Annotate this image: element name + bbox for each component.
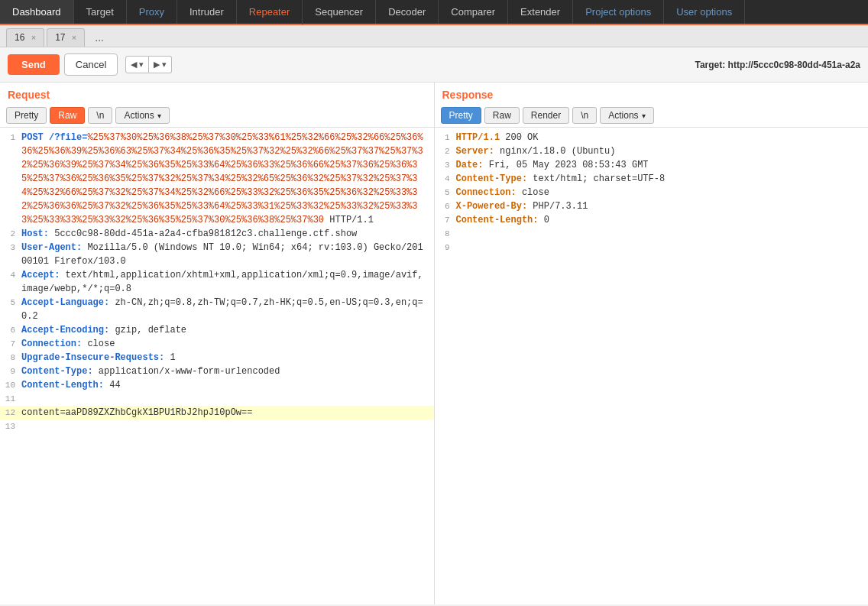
response-panel: Response Pretty Raw Render \n Actions 1 … [435,83,869,604]
next-arrow-button[interactable]: ▶ ▾ [149,56,172,73]
cancel-button[interactable]: Cancel [64,53,118,76]
nav-tab-decoder[interactable]: Decoder [376,0,439,24]
request-panel-toolbar: Pretty Raw \n Actions [0,104,434,128]
response-line-1: 1 HTTP/1.1 200 OK [435,131,869,144]
request-line-9: 9 Content-Type: application/x-www-form-u… [0,365,434,378]
close-tab-17[interactable]: × [72,33,76,42]
response-tab-render[interactable]: Render [523,107,569,124]
response-panel-toolbar: Pretty Raw Render \n Actions [435,104,869,128]
request-line-7: 7 Connection: close [0,337,434,351]
response-line-7: 7 Content-Length: 0 [435,213,869,227]
send-button[interactable]: Send [8,54,60,75]
response-tab-pretty[interactable]: Pretty [441,107,481,124]
request-tab-newline[interactable]: \n [88,107,112,124]
response-tab-raw[interactable]: Raw [484,107,520,124]
nav-tab-intruder[interactable]: Intruder [177,0,237,24]
request-panel-title: Request [0,83,434,104]
nav-tab-repeater[interactable]: Repeater [237,0,303,25]
subtab-more[interactable]: ... [87,28,112,47]
response-code-area[interactable]: 1 HTTP/1.1 200 OK 2 Server: nginx/1.18.0… [435,128,869,604]
response-line-4: 4 Content-Type: text/html; charset=UTF-8 [435,172,869,186]
nav-tab-user-options[interactable]: User options [664,0,745,24]
top-navigation: Dashboard Target Proxy Intruder Repeater… [0,0,868,25]
prev-arrow-button[interactable]: ◀ ▾ [125,56,149,73]
nav-tab-extender[interactable]: Extender [508,0,573,24]
response-line-3: 3 Date: Fri, 05 May 2023 08:53:43 GMT [435,158,869,172]
request-line-8: 8 Upgrade-Insecure-Requests: 1 [0,351,434,365]
request-line-13: 13 [0,420,434,433]
request-tab-raw[interactable]: Raw [50,107,85,124]
target-url: Target: http://5ccc0c98-80dd-451a-a2a [695,60,860,70]
repeater-subtabs: 16 × 17 × ... [0,25,868,47]
history-arrows: ◀ ▾ ▶ ▾ [125,56,172,73]
request-line-12: 12 content=aaPD89ZXZhbCgkX1BPU1RbJ2hpJ10… [0,406,434,420]
response-tab-newline[interactable]: \n [572,107,597,124]
request-line-5: 5 Accept-Language: zh-CN,zh;q=0.8,zh-TW;… [0,296,434,323]
response-line-2: 2 Server: nginx/1.18.0 (Ubuntu) [435,144,869,158]
nav-tab-comparer[interactable]: Comparer [439,0,508,24]
request-line-4: 4 Accept: text/html,application/xhtml+xm… [0,268,434,296]
nav-tab-sequencer[interactable]: Sequencer [303,0,376,24]
repeater-toolbar: Send Cancel ◀ ▾ ▶ ▾ Target: http://5ccc0… [0,47,868,83]
request-actions-button[interactable]: Actions [115,107,169,124]
request-line-6: 6 Accept-Encoding: gzip, deflate [0,323,434,337]
request-line-3: 3 User-Agent: Mozilla/5.0 (Windows NT 10… [0,241,434,268]
response-line-6: 6 X-Powered-By: PHP/7.3.11 [435,199,869,213]
response-line-9: 9 [435,241,869,254]
response-line-5: 5 Connection: close [435,186,869,199]
close-tab-16[interactable]: × [31,33,36,42]
request-panel: Request Pretty Raw \n Actions 1 POST /?f… [0,83,435,604]
nav-tab-project-options[interactable]: Project options [573,0,664,24]
request-line-11: 11 [0,392,434,406]
response-line-8: 8 [435,227,869,241]
response-panel-title: Response [435,83,869,104]
request-line-2: 2 Host: 5ccc0c98-80dd-451a-a2a4-cfba9818… [0,227,434,241]
request-code-area[interactable]: 1 POST /?file=%25%37%30%25%36%38%25%37%3… [0,128,434,604]
request-line-1: 1 POST /?file=%25%37%30%25%36%38%25%37%3… [0,131,434,227]
subtab-17[interactable]: 17 × [47,28,85,47]
main-content: Request Pretty Raw \n Actions 1 POST /?f… [0,83,868,604]
nav-tab-target[interactable]: Target [74,0,127,24]
subtab-16[interactable]: 16 × [6,28,44,47]
request-line-10: 10 Content-Length: 44 [0,378,434,392]
response-actions-button[interactable]: Actions [600,107,653,124]
nav-tab-proxy[interactable]: Proxy [127,0,177,24]
request-tab-pretty[interactable]: Pretty [6,107,47,124]
nav-tab-dashboard[interactable]: Dashboard [0,0,74,24]
